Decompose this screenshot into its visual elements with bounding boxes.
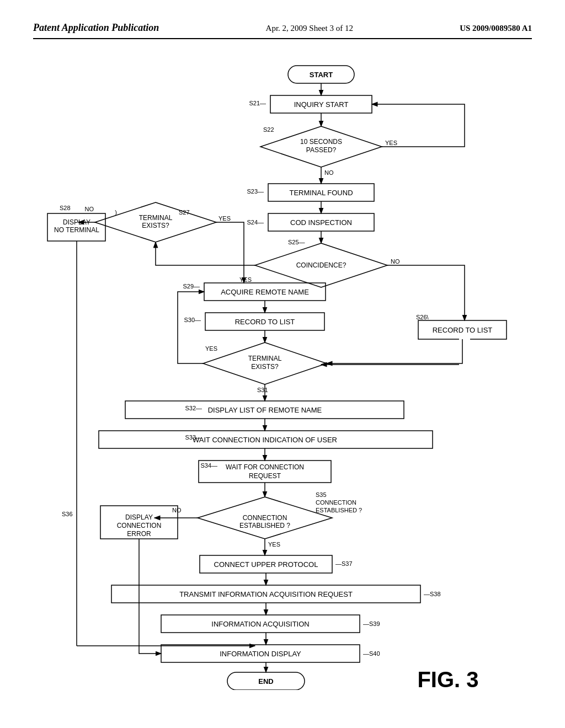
s30-record-text: RECORD TO LIST [235, 318, 295, 326]
start-label: START [310, 71, 333, 79]
term-exists2-text2: EXISTS? [251, 363, 279, 371]
s38-text: TRANSMIT INFORMATION ACQUISITION REQUEST [179, 590, 353, 598]
s27-text1: TERMINAL [139, 214, 173, 222]
s36-label: S36 [62, 511, 73, 517]
s35-text-label: CONNECTION [316, 499, 356, 506]
s38-label: —S38 [424, 591, 441, 597]
s22-no-label: NO [324, 169, 334, 176]
flowchart-clean: START S21— INQUIRY START S22 10 SECONDS … [45, 50, 520, 690]
svg-rect-73 [459, 339, 470, 367]
diagram-area: START S21— INQUIRY START S22 10 SECONDS … [45, 50, 520, 690]
s35-text: CONNECTION [243, 514, 287, 522]
term-exists2-text1: TERMINAL [248, 355, 282, 362]
s36-text1: DISPLAY [125, 513, 153, 521]
s27-text2: EXISTS? [142, 222, 169, 229]
s31-label: S31 [257, 387, 268, 393]
s24-label: S24— [247, 219, 264, 226]
inquiry-start-text: INQUIRY START [294, 100, 349, 109]
s34-label: S34— [200, 462, 217, 469]
s40-text: INFORMATION DISPLAY [220, 650, 301, 658]
term-exists2-yes: YES [205, 345, 217, 352]
s27-label: S27 [179, 209, 190, 216]
sheet-info: Apr. 2, 2009 Sheet 3 of 12 [266, 24, 353, 33]
s35-label: S35 [316, 491, 327, 498]
s33-text: WAIT CONNECTION INDICATION OF USER [193, 436, 337, 444]
acquire-remote-text: ACQUIRE REMOTE NAME [221, 288, 309, 296]
s27-no-label: NO [85, 206, 94, 212]
s28-text2: NO TERMINAL [54, 226, 99, 234]
s25-no-label: NO [391, 258, 400, 265]
s36-text3: ERROR [127, 530, 151, 538]
s35-no-label: NO [172, 507, 182, 513]
s25-label: S25— [288, 239, 305, 245]
end-label: END [258, 677, 273, 686]
cod-inspection-text: COD INSPECTION [290, 218, 352, 227]
s28-text1: DISPLAY [63, 218, 90, 226]
s36-text2: CONNECTION [117, 522, 162, 529]
s34-text2: REQUEST [249, 472, 281, 480]
10sec-text2: PASSED? [306, 146, 337, 154]
s32-label: S32— [185, 405, 202, 411]
s21-label: S21— [249, 100, 266, 106]
terminal-found-text: TERMINAL FOUND [289, 189, 353, 197]
s35-yes-label: YES [268, 541, 280, 548]
s40-label: —S40 [363, 650, 380, 657]
s28-label: S28 [60, 205, 71, 211]
fig-label: FIG. 3 [417, 667, 478, 690]
s26-record-text: RECORD TO LIST [433, 326, 493, 334]
10sec-text1: 10 SECONDS [300, 138, 342, 146]
s27-bracket: ) [115, 209, 117, 216]
s27-yes-label: YES [218, 215, 231, 222]
s39-label: —S39 [363, 620, 380, 627]
page: Patent Application Publication Apr. 2, 2… [0, 0, 565, 728]
s23-label: S23— [247, 188, 264, 195]
s32-text: DISPLAY LIST OF REMOTE NAME [208, 406, 322, 414]
publication-label: Patent Application Publication [33, 22, 159, 34]
s39-text: INFORMATION ACQUISITION [211, 620, 309, 628]
s22-label: S22 [263, 126, 274, 133]
s30-label: S30— [184, 317, 201, 323]
s34-text1: WAIT FOR CONNECTION [226, 463, 304, 471]
page-header: Patent Application Publication Apr. 2, 2… [33, 22, 532, 39]
s37-text: CONNECT UPPER PROTOCOL [214, 560, 318, 569]
s22-yes-label: YES [385, 140, 397, 146]
coincidence-text: COINCIDENCE? [296, 261, 347, 269]
s35-text-label2: ESTABLISHED ? [316, 507, 362, 513]
s35-text2: ESTABLISHED ? [239, 522, 290, 529]
s26-label: S26\ [416, 314, 429, 320]
s29-label: S29— [183, 283, 200, 290]
s37-label: —S37 [335, 560, 353, 567]
patent-number: US 2009/0089580 A1 [460, 24, 532, 33]
s25-yes-label: YES [239, 276, 252, 283]
